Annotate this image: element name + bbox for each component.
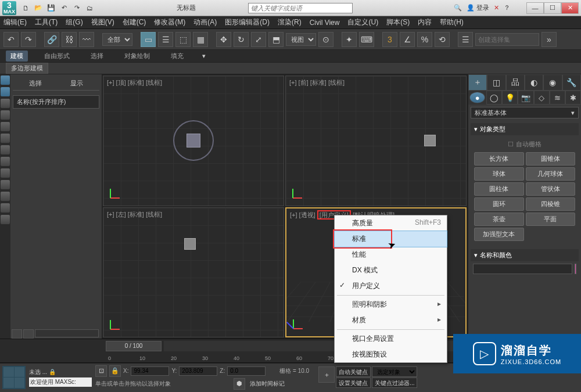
group-tab-icon[interactable]	[1, 180, 10, 189]
menu-content[interactable]: 内容	[418, 17, 432, 27]
move-button[interactable]: ✥	[216, 32, 231, 47]
geosphere-button[interactable]: 几何球体	[526, 167, 576, 181]
viewport-front-label[interactable]: [+] [前] [标准] [线框]	[289, 78, 345, 87]
menu-edit[interactable]: 编辑(E)	[3, 17, 27, 27]
torus-button[interactable]: 圆环	[474, 197, 524, 211]
named-selection-input[interactable]	[475, 33, 539, 46]
edit-named-button[interactable]: ☰	[458, 32, 473, 47]
hierarchy-tab-icon[interactable]	[1, 110, 10, 120]
more-tools-button[interactable]: »	[541, 32, 557, 47]
maximize-button[interactable]: ☐	[544, 2, 561, 14]
search-input[interactable]	[248, 3, 353, 13]
select-button[interactable]: ▭	[141, 32, 156, 47]
angle-snap-button[interactable]: ∠	[400, 32, 415, 47]
cameras-subtab[interactable]: 📷	[518, 91, 533, 105]
viewport-left[interactable]: [+] [左] [标准] [线框]	[103, 207, 284, 338]
shapes-subtab[interactable]: ◯	[486, 91, 502, 105]
ribbon-populate[interactable]: 填充	[166, 51, 188, 62]
new-icon[interactable]: 🗋	[20, 2, 31, 14]
viewport-top-label[interactable]: [+] [顶] [标准] [线框]	[107, 78, 162, 87]
bind-button[interactable]: 〰	[79, 32, 94, 47]
project-icon[interactable]: 🗂	[84, 2, 95, 14]
textplus-button[interactable]: 加强型文本	[474, 228, 524, 241]
frozen-tab-icon[interactable]	[1, 203, 10, 213]
helper-tab-icon[interactable]	[1, 145, 10, 154]
redo-button[interactable]: ↷	[21, 32, 36, 47]
link-button[interactable]: 🔗	[44, 32, 59, 47]
pivot-button[interactable]: ⊙	[318, 32, 333, 47]
viewcube-icon[interactable]	[424, 135, 436, 146]
namecolor-rollout-header[interactable]: ▾名称和颜色	[471, 249, 579, 261]
add-time-tag[interactable]: 添加时间标记	[250, 380, 285, 388]
left-select-tab[interactable]: 选择	[29, 79, 42, 88]
geometry-subtab[interactable]: ●	[469, 92, 485, 103]
light-tab-icon[interactable]	[1, 122, 10, 131]
menu-customize[interactable]: 自定义(U)	[347, 17, 378, 27]
menu-script[interactable]: 脚本(S)	[386, 17, 410, 27]
menu-viewportglobal[interactable]: 视口全局设置	[335, 331, 447, 347]
viewport-left-label[interactable]: [+] [左] [标准] [线框]	[107, 210, 162, 219]
menu-civilview[interactable]: Civil View	[310, 19, 340, 27]
layer-tab[interactable]	[1, 87, 10, 96]
polymodeling-button[interactable]: 多边形建模	[6, 63, 48, 74]
menu-view[interactable]: 视图(V)	[91, 17, 114, 27]
object-name-input[interactable]	[473, 264, 572, 274]
z-coord-input[interactable]	[227, 366, 266, 376]
menu-grapheditors[interactable]: 图形编辑器(D)	[225, 17, 270, 27]
redo-tb-icon[interactable]: ↷	[71, 2, 83, 14]
menu-perviewpreset[interactable]: 按视图预设	[335, 347, 447, 362]
left-display-tab[interactable]: 显示	[70, 79, 83, 88]
menu-userdefined[interactable]: ✓用户定义	[335, 278, 447, 294]
menu-materials[interactable]: 材质▸	[335, 312, 447, 328]
left-scrollbar[interactable]	[35, 329, 99, 337]
window-crossing-button[interactable]: ▦	[193, 32, 208, 47]
snap-button[interactable]: 3	[382, 32, 397, 47]
menu-modifiers[interactable]: 修改器(M)	[154, 17, 185, 27]
maxscript-listener[interactable]: 欢迎使用 MAXSc:	[29, 377, 92, 387]
menu-help[interactable]: 帮助(H)	[440, 17, 464, 27]
menu-lighting[interactable]: 照明和阴影▸	[335, 297, 447, 312]
manipulate-button[interactable]: ✦	[342, 32, 357, 47]
systems-subtab[interactable]: ✱	[565, 91, 581, 105]
open-icon[interactable]: 📂	[33, 2, 44, 14]
box-button[interactable]: 长方体	[474, 152, 524, 166]
minimize-button[interactable]: —	[526, 2, 544, 14]
placement-button[interactable]: ⬒	[268, 32, 284, 47]
color-swatch[interactable]	[575, 264, 576, 274]
scale-button[interactable]: ⤢	[251, 32, 266, 47]
ribbon-selection[interactable]: 选择	[86, 51, 108, 62]
viewcube-gizmo[interactable]	[173, 120, 214, 161]
menu-tools[interactable]: 工具(T)	[35, 17, 58, 27]
create-tab[interactable]: ＋	[468, 74, 487, 91]
utilities-tab[interactable]: 🔧	[562, 74, 581, 91]
ribbon-expand-icon[interactable]: ▾	[202, 52, 206, 60]
menu-animation[interactable]: 动画(A)	[193, 17, 217, 27]
bone-tab-icon[interactable]	[1, 168, 10, 178]
sphere-button[interactable]: 球体	[474, 167, 524, 181]
menu-highquality[interactable]: 高质量Shift+F3	[335, 215, 447, 231]
spacewarps-subtab[interactable]: ≋	[550, 91, 565, 105]
plane-button[interactable]: 平面	[526, 213, 576, 226]
hidden-tab-icon[interactable]	[1, 215, 10, 224]
autokey-button[interactable]: 自动关键点	[336, 366, 371, 377]
viewport-front[interactable]: [+] [前] [标准] [线框]	[285, 75, 467, 206]
infocenter-icon[interactable]: 🔍	[454, 4, 462, 12]
left-footer-btn2[interactable]	[23, 329, 34, 339]
lock-selection-icon[interactable]: 🔒	[109, 365, 121, 377]
display-tab[interactable]	[1, 99, 10, 108]
display-panel-tab[interactable]: ◉	[543, 74, 562, 91]
category-dropdown[interactable]: 标准基本体▾	[471, 107, 579, 118]
hierarchy-tab[interactable]: 品	[506, 74, 525, 91]
lock-icon[interactable]: 🔒	[49, 369, 56, 375]
close-button[interactable]: ✕	[561, 2, 579, 14]
scene-explorer-tab[interactable]	[1, 75, 10, 85]
helpers-subtab[interactable]: ◇	[534, 91, 550, 105]
autogrid-checkbox[interactable]: ☐自动栅格	[473, 138, 576, 151]
select-region-button[interactable]: ⬚	[175, 32, 191, 47]
menu-render[interactable]: 渲染(R)	[278, 17, 302, 27]
menu-dxmode[interactable]: DX 模式	[335, 262, 447, 278]
viewport-top[interactable]: [+] [顶] [标准] [线框]	[103, 75, 284, 206]
rotate-button[interactable]: ↻	[234, 32, 249, 47]
cylinder-button[interactable]: 圆柱体	[474, 182, 524, 196]
teapot-button[interactable]: 茶壶	[474, 213, 524, 226]
